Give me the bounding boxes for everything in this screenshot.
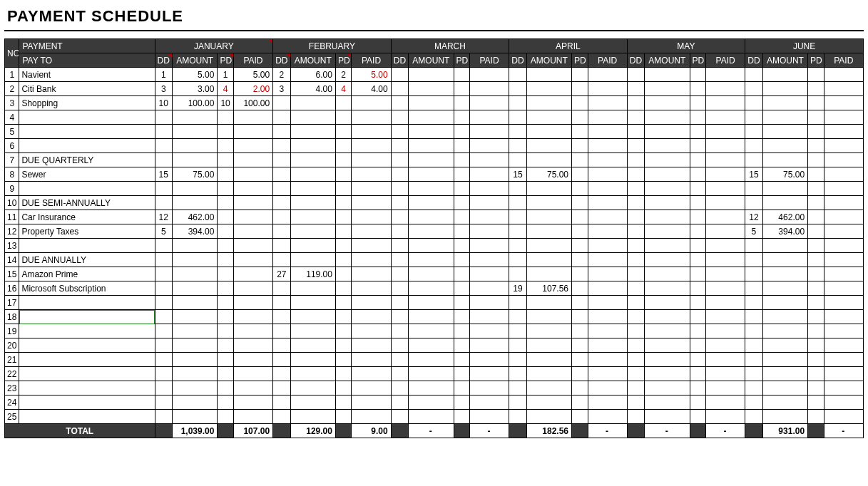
cell-pd[interactable]	[808, 167, 824, 182]
cell-paid[interactable]	[706, 324, 745, 338]
cell-payto[interactable]	[19, 296, 155, 310]
cell-paid[interactable]	[352, 310, 391, 324]
cell-pd[interactable]	[454, 353, 469, 367]
cell-pd[interactable]	[218, 224, 233, 239]
cell-pd[interactable]	[335, 139, 351, 153]
cell-dd[interactable]	[391, 395, 409, 410]
cell-dd[interactable]	[745, 281, 763, 296]
cell-dd[interactable]	[273, 367, 291, 381]
cell-dd[interactable]: 15	[509, 167, 527, 182]
cell-dd[interactable]	[391, 196, 409, 210]
cell-pd[interactable]	[572, 281, 588, 296]
cell-paid[interactable]	[824, 239, 863, 253]
cell-dd[interactable]	[509, 196, 527, 210]
cell-dd[interactable]	[391, 153, 409, 167]
cell-amount[interactable]	[290, 125, 335, 139]
cell-paid[interactable]	[233, 125, 272, 139]
cell-pd[interactable]	[335, 210, 351, 224]
cell-dd[interactable]	[155, 182, 173, 196]
cell-amount[interactable]	[290, 239, 335, 253]
cell-paid[interactable]	[824, 253, 863, 267]
cell-dd[interactable]: 2	[273, 68, 291, 82]
cell-pd[interactable]	[335, 96, 351, 110]
cell-dd[interactable]	[509, 239, 527, 253]
cell-amount[interactable]	[173, 281, 218, 296]
cell-dd[interactable]	[627, 167, 645, 182]
cell-paid[interactable]	[469, 267, 509, 281]
cell-paid[interactable]	[352, 353, 391, 367]
cell-pd[interactable]	[808, 182, 824, 196]
cell-dd[interactable]	[391, 139, 409, 153]
cell-dd[interactable]	[627, 153, 645, 167]
cell-amount[interactable]	[526, 296, 571, 310]
cell-paid[interactable]	[469, 395, 509, 410]
cell-dd[interactable]	[627, 353, 645, 367]
cell-amount[interactable]	[409, 324, 454, 338]
cell-dd[interactable]	[273, 281, 291, 296]
cell-dd[interactable]: 15	[155, 167, 173, 182]
cell-paid[interactable]	[706, 82, 745, 96]
cell-payto[interactable]: Amazon Prime	[19, 267, 155, 281]
cell-paid[interactable]	[588, 353, 627, 367]
cell-amount[interactable]: 119.00	[290, 267, 335, 281]
cell-dd[interactable]	[627, 68, 645, 82]
cell-amount[interactable]	[290, 296, 335, 310]
cell-amount[interactable]	[409, 296, 454, 310]
cell-pd[interactable]	[690, 267, 705, 281]
cell-paid[interactable]: 100.00	[233, 96, 272, 110]
cell-pd[interactable]	[808, 367, 824, 381]
cell-dd[interactable]	[627, 381, 645, 395]
cell-dd[interactable]	[391, 381, 409, 395]
cell-pd[interactable]	[454, 96, 469, 110]
cell-paid[interactable]	[352, 224, 391, 239]
cell-payto[interactable]: DUE QUARTERLY	[19, 153, 155, 167]
cell-pd[interactable]	[454, 267, 469, 281]
cell-paid[interactable]	[469, 182, 509, 196]
cell-pd[interactable]	[218, 395, 233, 410]
cell-paid[interactable]	[824, 125, 863, 139]
cell-paid[interactable]	[233, 395, 272, 410]
cell-payto[interactable]	[19, 367, 155, 381]
cell-dd[interactable]	[627, 367, 645, 381]
cell-amount[interactable]	[290, 110, 335, 125]
cell-pd[interactable]	[218, 139, 233, 153]
cell-pd[interactable]	[572, 338, 588, 353]
cell-amount[interactable]	[290, 395, 335, 410]
cell-paid[interactable]	[824, 353, 863, 367]
cell-amount[interactable]	[762, 367, 807, 381]
cell-amount[interactable]	[762, 381, 807, 395]
cell-paid[interactable]	[233, 182, 272, 196]
cell-pd[interactable]	[690, 353, 705, 367]
cell-paid[interactable]	[824, 167, 863, 182]
cell-paid[interactable]	[588, 395, 627, 410]
cell-amount[interactable]	[409, 267, 454, 281]
cell-pd[interactable]	[335, 253, 351, 267]
cell-dd[interactable]	[745, 381, 763, 395]
cell-amount[interactable]	[409, 367, 454, 381]
cell-dd[interactable]	[745, 324, 763, 338]
cell-dd[interactable]	[745, 125, 763, 139]
cell-paid[interactable]	[588, 153, 627, 167]
cell-pd[interactable]	[572, 239, 588, 253]
cell-amount[interactable]	[526, 310, 571, 324]
cell-dd[interactable]	[391, 224, 409, 239]
cell-amount[interactable]	[526, 68, 571, 82]
cell-dd[interactable]	[155, 139, 173, 153]
cell-paid[interactable]	[706, 281, 745, 296]
cell-paid[interactable]	[706, 395, 745, 410]
cell-pd[interactable]	[218, 324, 233, 338]
cell-pd[interactable]	[808, 82, 824, 96]
cell-payto[interactable]: DUE ANNUALLY	[19, 253, 155, 267]
cell-paid[interactable]	[352, 338, 391, 353]
cell-paid[interactable]	[588, 296, 627, 310]
cell-amount[interactable]	[762, 82, 807, 96]
cell-amount[interactable]: 75.00	[173, 167, 218, 182]
cell-pd[interactable]	[572, 253, 588, 267]
cell-amount[interactable]	[762, 196, 807, 210]
cell-amount[interactable]	[409, 82, 454, 96]
cell-paid[interactable]	[824, 139, 863, 153]
cell-paid[interactable]	[352, 110, 391, 125]
cell-paid[interactable]	[824, 153, 863, 167]
cell-paid[interactable]	[706, 338, 745, 353]
cell-amount[interactable]	[762, 153, 807, 167]
